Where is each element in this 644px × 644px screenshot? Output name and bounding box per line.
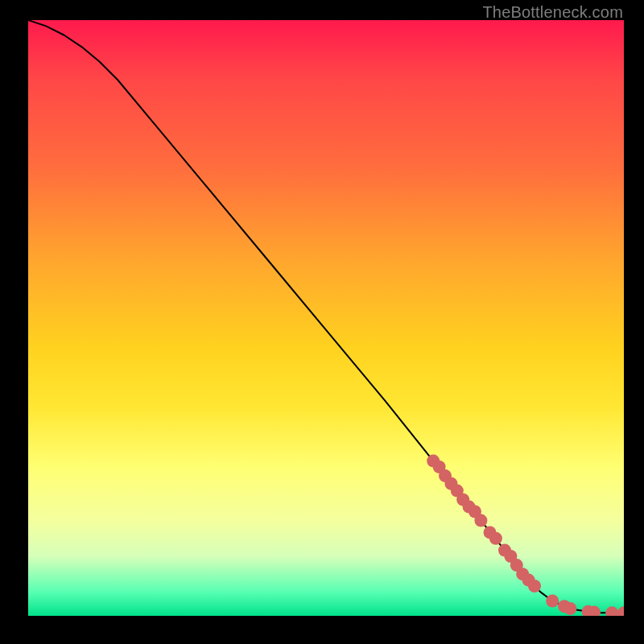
data-marker <box>605 606 618 616</box>
data-marker <box>546 595 559 608</box>
chart-svg <box>28 20 624 616</box>
data-marker <box>489 532 502 545</box>
marker-group <box>427 455 624 616</box>
data-marker <box>528 580 541 592</box>
curve-line <box>28 20 624 613</box>
plot-area <box>28 20 624 616</box>
chart-frame: TheBottleneck.com <box>0 0 644 644</box>
data-marker <box>617 606 624 616</box>
data-marker <box>564 602 576 615</box>
data-marker <box>474 514 487 527</box>
attribution-text: TheBottleneck.com <box>482 3 623 22</box>
